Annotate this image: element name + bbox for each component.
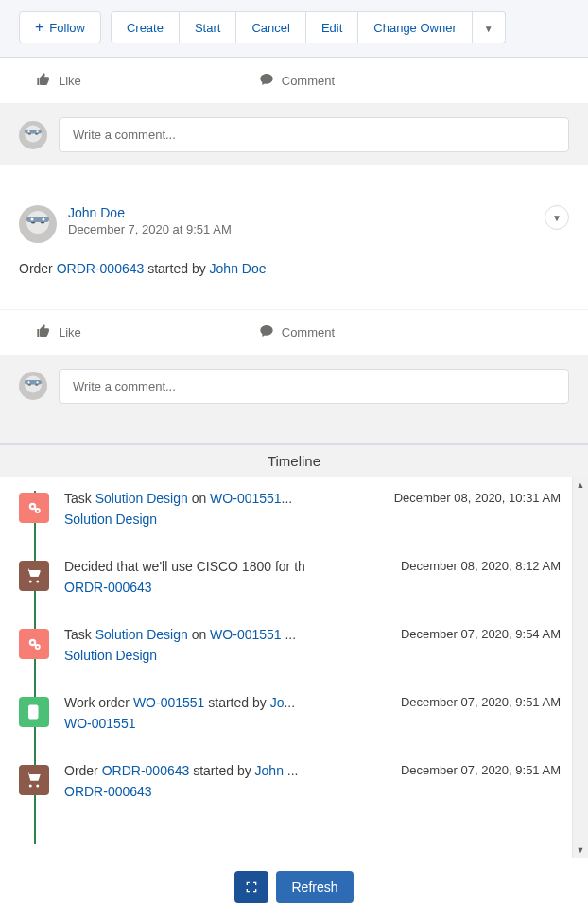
timeline-secondary-link[interactable]: ORDR-000643	[64, 580, 152, 595]
timeline-text: Work order	[64, 695, 133, 710]
comment-action[interactable]: Comment	[259, 72, 335, 90]
timeline-link[interactable]: Solution Design	[95, 627, 188, 642]
scroll-track[interactable]	[573, 494, 588, 842]
timeline-secondary-link[interactable]: WO-001551	[64, 716, 135, 731]
timeline-link[interactable]: Solution Design	[95, 491, 188, 506]
timeline-link[interactable]: WO-001551	[210, 491, 281, 506]
timeline-text: started by	[189, 763, 254, 778]
cart-icon	[19, 561, 49, 591]
feed: Like Comment Write a comment...	[0, 58, 588, 443]
timeline-text: on	[188, 491, 210, 506]
scroll-down-arrow[interactable]: ▼	[573, 842, 588, 858]
like-action[interactable]: Like	[36, 323, 81, 341]
follow-button[interactable]: + Follow	[19, 11, 101, 43]
create-button[interactable]: Create	[111, 11, 180, 43]
timeline-secondary-link[interactable]: Solution Design	[64, 648, 157, 663]
timeline-item: Task Solution Design on WO-001551 ... De…	[19, 627, 561, 663]
comment-composer: Write a comment...	[0, 104, 588, 165]
timeline-text: Decided that we'll use CISCO 1800 for th	[64, 559, 305, 574]
svg-point-5	[27, 130, 29, 132]
change-owner-button[interactable]: Change Owner	[358, 11, 472, 43]
like-action[interactable]: Like	[36, 72, 81, 90]
timeline-link[interactable]: WO-001551	[133, 695, 204, 710]
timeline-secondary-link[interactable]: ORDR-000643	[64, 784, 152, 799]
svg-point-12	[31, 218, 34, 221]
timeline-text: Order	[64, 763, 102, 778]
refresh-button[interactable]: Refresh	[276, 871, 353, 903]
timeline-timestamp: December 07, 2020, 9:54 AM	[401, 627, 561, 641]
plus-icon: +	[35, 20, 43, 35]
timeline-header: Timeline	[0, 444, 588, 477]
svg-point-20	[36, 381, 38, 383]
timeline-text: on	[188, 627, 210, 642]
svg-point-6	[36, 130, 38, 132]
timeline-section: Timeline Task Solution Design on WO-0015…	[0, 443, 588, 920]
timeline-link[interactable]: Jo	[270, 695, 285, 710]
svg-rect-11	[26, 217, 49, 222]
post-menu-button[interactable]: ▼	[545, 205, 569, 230]
thumb-up-icon	[36, 72, 51, 90]
timeline-bottom-bar: Refresh	[0, 858, 588, 920]
comment-composer: Write a comment...	[0, 356, 588, 417]
timeline-title: Order ORDR-000643 started by John ...	[64, 763, 393, 778]
chevron-down-icon: ▼	[552, 213, 562, 223]
gears-icon	[19, 493, 49, 523]
action-bar: + Follow Create Start Cancel Edit Change…	[0, 0, 588, 58]
post-record-link[interactable]: ORDR-000643	[57, 261, 145, 276]
comment-bubble-icon	[259, 323, 274, 341]
timeline-item: Decided that we'll use CISCO 1800 for th…	[19, 559, 561, 595]
post-text: Order	[19, 261, 57, 276]
avatar	[19, 121, 47, 149]
svg-point-13	[43, 218, 45, 221]
thumb-up-icon	[36, 323, 51, 341]
timeline-text: ...	[284, 695, 295, 710]
feed-post: John Doe December 7, 2020 at 9:51 AM ▼ O…	[0, 188, 588, 292]
comment-action[interactable]: Comment	[259, 323, 335, 341]
timeline-title: Work order WO-001551 started by Jo...	[64, 695, 393, 710]
like-comment-bar: Like Comment	[0, 58, 588, 104]
timeline-link[interactable]: ORDR-000643	[102, 763, 190, 778]
timeline-timestamp: December 07, 2020, 9:51 AM	[401, 695, 561, 709]
timeline-text: ...	[282, 491, 293, 506]
timeline-item: Work order WO-001551 started by Jo... De…	[19, 695, 561, 731]
timeline-timestamp: December 08, 2020, 10:31 AM	[394, 491, 561, 505]
expand-icon	[244, 879, 259, 894]
cancel-button[interactable]: Cancel	[236, 11, 305, 43]
scrollbar[interactable]: ▲ ▼	[572, 477, 588, 858]
svg-rect-4	[25, 130, 42, 134]
more-actions-button[interactable]: ▼	[473, 11, 506, 43]
follow-label: Follow	[49, 21, 85, 35]
post-text: started by	[144, 261, 209, 276]
timeline-link[interactable]: WO-001551	[210, 627, 281, 642]
avatar	[19, 205, 57, 243]
like-comment-bar: Like Comment	[0, 309, 588, 356]
like-label: Like	[59, 74, 81, 88]
timeline-text: Task	[64, 491, 95, 506]
timeline-item: Order ORDR-000643 started by John ... De…	[19, 763, 561, 799]
svg-rect-18	[25, 380, 42, 385]
start-button[interactable]: Start	[180, 11, 236, 43]
like-label: Like	[59, 325, 81, 339]
timeline-timestamp: December 07, 2020, 9:51 AM	[401, 763, 561, 777]
comment-input[interactable]: Write a comment...	[59, 117, 569, 152]
edit-button[interactable]: Edit	[306, 11, 358, 43]
expand-button[interactable]	[234, 871, 268, 903]
comment-input[interactable]: Write a comment...	[59, 369, 569, 404]
post-author-link[interactable]: John Doe	[68, 205, 533, 220]
svg-point-19	[27, 381, 29, 383]
timeline-text: Task	[64, 627, 95, 642]
comment-bubble-icon	[259, 72, 274, 90]
post-date: December 7, 2020 at 9:51 AM	[68, 222, 533, 236]
timeline-title: Task Solution Design on WO-001551...	[64, 491, 387, 506]
post-user-link[interactable]: John Doe	[210, 261, 267, 276]
timeline-text: ...	[287, 763, 299, 778]
work-order-icon	[19, 697, 49, 727]
timeline-link[interactable]: John	[255, 763, 287, 778]
scroll-up-arrow[interactable]: ▲	[573, 477, 588, 494]
timeline-secondary-link[interactable]: Solution Design	[64, 512, 157, 527]
timeline-timestamp: December 08, 2020, 8:12 AM	[401, 559, 561, 573]
timeline-title: Decided that we'll use CISCO 1800 for th	[64, 559, 393, 574]
comment-label: Comment	[282, 325, 335, 339]
post-body: Order ORDR-000643 started by John Doe	[19, 260, 569, 279]
timeline-title: Task Solution Design on WO-001551 ...	[64, 627, 393, 642]
